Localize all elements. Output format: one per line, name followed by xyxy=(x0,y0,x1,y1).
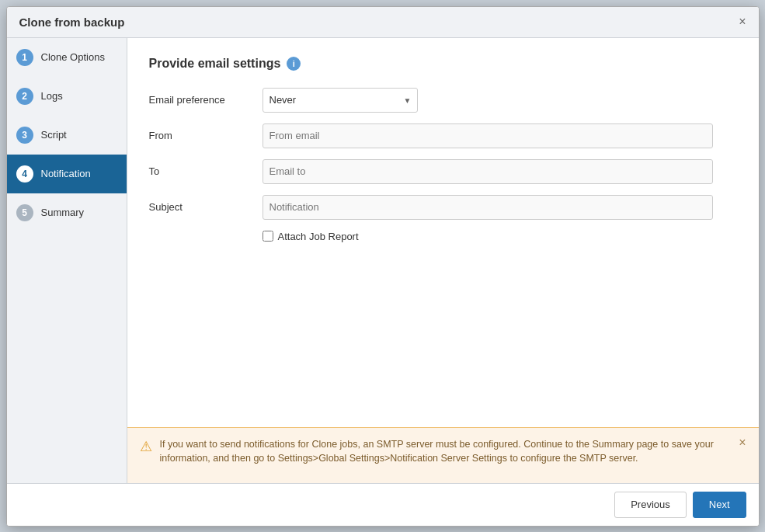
step-circle-4: 4 xyxy=(16,165,33,183)
dialog-body: 1 Clone Options 2 Logs 3 Script 4 Notifi… xyxy=(7,38,759,483)
subject-row: Subject xyxy=(149,195,737,220)
sidebar-item-notification[interactable]: 4 Notification xyxy=(7,155,127,193)
sidebar-label-clone-options: Clone Options xyxy=(41,51,105,63)
email-preference-select[interactable]: Never Always On Failure xyxy=(263,88,418,113)
content-area: Provide email settings i Email preferenc… xyxy=(127,38,759,427)
info-icon[interactable]: i xyxy=(287,57,301,71)
sidebar-item-script[interactable]: 3 Script xyxy=(7,116,127,155)
section-title-text: Provide email settings xyxy=(149,57,281,71)
subject-label: Subject xyxy=(149,201,250,213)
warning-text: If you want to send notifications for Cl… xyxy=(160,437,732,467)
to-input[interactable] xyxy=(263,159,713,184)
clone-from-backup-dialog: Clone from backup × 1 Clone Options 2 Lo… xyxy=(6,6,760,527)
sidebar-item-logs[interactable]: 2 Logs xyxy=(7,77,127,116)
next-button[interactable]: Next xyxy=(693,492,746,518)
attach-job-report-label: Attach Job Report xyxy=(278,231,359,242)
to-row: To xyxy=(149,159,737,184)
previous-button[interactable]: Previous xyxy=(614,492,687,518)
dialog-footer: Previous Next xyxy=(7,483,759,526)
dialog-title: Clone from backup xyxy=(19,16,125,29)
warning-bar: ⚠ If you want to send notifications for … xyxy=(127,427,759,483)
section-title: Provide email settings i xyxy=(149,57,737,71)
email-preference-row: Email preference Never Always On Failure… xyxy=(149,88,737,113)
email-preference-label: Email preference xyxy=(149,94,250,106)
step-circle-3: 3 xyxy=(16,127,33,144)
from-label: From xyxy=(149,130,250,141)
sidebar-label-script: Script xyxy=(41,129,67,141)
sidebar-item-summary[interactable]: 5 Summary xyxy=(7,193,127,232)
sidebar: 1 Clone Options 2 Logs 3 Script 4 Notifi… xyxy=(7,38,127,483)
subject-input[interactable] xyxy=(263,195,713,220)
email-preference-select-wrapper: Never Always On Failure ▼ xyxy=(263,88,418,113)
main-content: Provide email settings i Email preferenc… xyxy=(127,38,759,483)
warning-triangle-icon: ⚠ xyxy=(140,438,152,455)
dialog-header: Clone from backup × xyxy=(7,7,759,38)
from-row: From xyxy=(149,123,737,148)
sidebar-item-clone-options[interactable]: 1 Clone Options xyxy=(7,38,127,77)
step-circle-2: 2 xyxy=(16,88,33,105)
sidebar-label-logs: Logs xyxy=(41,90,63,102)
from-input[interactable] xyxy=(263,123,713,148)
warning-close-button[interactable]: × xyxy=(739,436,746,450)
to-label: To xyxy=(149,165,250,177)
attach-job-report-checkbox[interactable] xyxy=(263,231,273,242)
dialog-close-button[interactable]: × xyxy=(739,16,746,28)
attach-job-report-row: Attach Job Report xyxy=(263,231,737,242)
sidebar-label-notification: Notification xyxy=(41,168,91,179)
step-circle-1: 1 xyxy=(16,49,33,66)
step-circle-5: 5 xyxy=(16,204,33,221)
sidebar-label-summary: Summary xyxy=(41,207,85,218)
